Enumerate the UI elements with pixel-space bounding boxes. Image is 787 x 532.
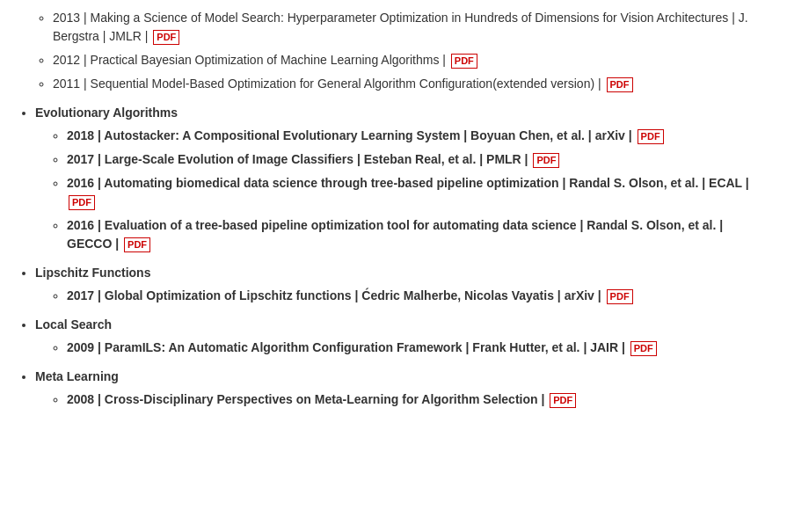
section-lipschitz: Lipschitz Functions 2017 | Global Optimi… [35, 266, 769, 305]
pdf-link-2011[interactable]: PDF [607, 77, 633, 92]
entry-2017-large: 2017 | Large-Scale Evolution of Image Cl… [67, 152, 531, 166]
entry-2008: 2008 | Cross-Disciplinary Perspectives o… [67, 392, 548, 406]
entry-2016-evaluation: 2016 | Evaluation of a tree-based pipeli… [67, 218, 723, 251]
pdf-link-2013[interactable]: PDF [153, 30, 179, 45]
meta-learning-entries: 2008 | Cross-Disciplinary Perspectives o… [67, 390, 769, 409]
list-item: 2017 | Large-Scale Evolution of Image Cl… [67, 150, 769, 169]
pdf-link-2017-large[interactable]: PDF [533, 153, 559, 168]
pdf-link-2017-lipschitz[interactable]: PDF [607, 289, 633, 304]
list-item: 2009 | ParamILS: An Automatic Algorithm … [67, 339, 769, 357]
list-item: 2012 | Practical Bayesian Optimization o… [53, 51, 769, 69]
pdf-link-2009[interactable]: PDF [630, 341, 657, 356]
pdf-link-2016-automating[interactable]: PDF [69, 195, 95, 210]
section-title-lipschitz: Lipschitz Functions [35, 266, 150, 280]
entry-2017-lipschitz: 2017 | Global Optimization of Lipschitz … [67, 288, 605, 302]
section-local-search: Local Search 2009 | ParamILS: An Automat… [35, 317, 769, 357]
list-item: 2013 | Making a Science of Model Search:… [53, 9, 769, 46]
list-item: 2017 | Global Optimization of Lipschitz … [67, 287, 769, 305]
pdf-link-2008[interactable]: PDF [550, 393, 576, 408]
entry-2012: 2012 | Practical Bayesian Optimization o… [53, 53, 449, 67]
top-entries-list: 2013 | Making a Science of Model Search:… [53, 9, 769, 93]
lipschitz-entries: 2017 | Global Optimization of Lipschitz … [67, 287, 769, 305]
list-item: 2008 | Cross-Disciplinary Perspectives o… [67, 390, 769, 409]
evolutionary-entries: 2018 | Autostacker: A Compositional Evol… [67, 127, 769, 253]
pdf-link-2016-evaluation[interactable]: PDF [124, 237, 150, 252]
pdf-link-2012[interactable]: PDF [451, 54, 477, 69]
section-title-evolutionary: Evolutionary Algorithms [35, 106, 178, 120]
entry-2018: 2018 | Autostacker: A Compositional Evol… [67, 128, 636, 142]
main-section-list: Evolutionary Algorithms 2018 | Autostack… [35, 106, 769, 409]
entry-2011: 2011 | Sequential Model-Based Optimizati… [53, 77, 605, 91]
local-search-entries: 2009 | ParamILS: An Automatic Algorithm … [67, 339, 769, 357]
list-item: 2016 | Evaluation of a tree-based pipeli… [67, 216, 769, 253]
section-title-meta-learning: Meta Learning [35, 369, 119, 383]
list-item: 2011 | Sequential Model-Based Optimizati… [53, 75, 769, 93]
entry-2016-automating: 2016 | Automating biomedical data scienc… [67, 176, 749, 190]
section-evolutionary-algorithms: Evolutionary Algorithms 2018 | Autostack… [35, 106, 769, 253]
section-meta-learning: Meta Learning 2008 | Cross-Disciplinary … [35, 369, 769, 409]
list-item: 2016 | Automating biomedical data scienc… [67, 174, 769, 211]
section-title-local-search: Local Search [35, 317, 112, 332]
top-section-list: 2013 | Making a Science of Model Search:… [35, 9, 769, 93]
pdf-link-2018[interactable]: PDF [638, 129, 664, 144]
list-item: 2018 | Autostacker: A Compositional Evol… [67, 127, 769, 145]
entry-2009: 2009 | ParamILS: An Automatic Algorithm … [67, 340, 629, 354]
